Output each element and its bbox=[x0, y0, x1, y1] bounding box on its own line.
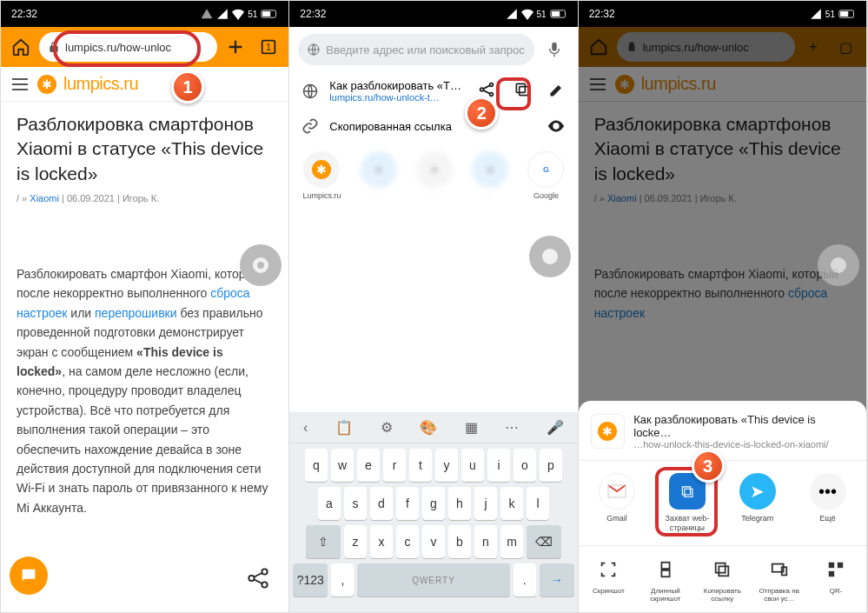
key-p[interactable]: p bbox=[540, 449, 562, 482]
key-s[interactable]: s bbox=[344, 487, 367, 520]
link-icon bbox=[301, 117, 319, 135]
site-tile[interactable]: ●· bbox=[472, 151, 508, 200]
share-sheet: ✱ Как разблокировать «This device is loc… bbox=[579, 401, 866, 612]
key-j[interactable]: j bbox=[474, 487, 497, 520]
backspace-key[interactable]: ⌫ bbox=[527, 525, 561, 558]
copied-link-row[interactable]: Скопированная ссылка bbox=[289, 110, 577, 143]
svg-rect-26 bbox=[719, 566, 729, 576]
svg-rect-31 bbox=[838, 563, 843, 568]
symbols-key[interactable]: ?123 bbox=[293, 563, 328, 596]
key-x[interactable]: x bbox=[370, 525, 393, 558]
app-telegram[interactable]: ➤Telegram bbox=[730, 473, 785, 533]
key-b[interactable]: b bbox=[448, 525, 471, 558]
current-page-row: Как разблокировать «T… lumpics.ru/how-un… bbox=[289, 72, 577, 110]
keyboard[interactable]: ‹ 📋 ⚙ 🎨 ▦ ⋯ 🎤 qwertyuiop asdfghjkl ⇧zxcv… bbox=[289, 412, 577, 612]
tabs-icon[interactable]: 1 bbox=[254, 32, 283, 62]
status-bar: 22:32 51 bbox=[579, 1, 866, 27]
article-meta: / » Xiaomi | 06.09.2021 | Игорь К. bbox=[17, 193, 273, 203]
site-tile[interactable]: GGoogle bbox=[527, 151, 564, 200]
screen-3: 22:32 51 lumpics.ru/how-unloc + ▢ ✱lumpi… bbox=[579, 1, 867, 612]
camera-fab-icon bbox=[818, 244, 859, 286]
url-text: lumpics.ru/how-unloc bbox=[65, 41, 171, 54]
key-w[interactable]: w bbox=[331, 449, 354, 482]
period-key[interactable]: . bbox=[514, 563, 536, 596]
key-k[interactable]: k bbox=[500, 487, 523, 520]
comma-key[interactable]: , bbox=[331, 563, 354, 596]
key-v[interactable]: v bbox=[422, 525, 445, 558]
site-logo-text: lumpics.ru bbox=[63, 74, 138, 94]
svg-rect-18 bbox=[516, 83, 525, 92]
svg-point-16 bbox=[489, 92, 493, 96]
svg-point-7 bbox=[262, 569, 268, 574]
key-o[interactable]: o bbox=[514, 449, 536, 482]
action-qr[interactable]: QR- bbox=[810, 556, 862, 603]
share-sheet-header: ✱ Как разблокировать «This device is loc… bbox=[579, 413, 866, 461]
gear-icon[interactable]: ⚙ bbox=[381, 419, 393, 436]
globe-icon bbox=[301, 83, 319, 100]
share-icon[interactable] bbox=[245, 565, 271, 595]
edit-icon[interactable] bbox=[548, 81, 566, 102]
key-f[interactable]: f bbox=[396, 487, 419, 520]
svg-rect-17 bbox=[519, 86, 527, 95]
camera-fab-icon[interactable] bbox=[529, 236, 571, 277]
mic-icon[interactable] bbox=[540, 35, 569, 64]
svg-rect-12 bbox=[552, 43, 557, 51]
chat-fab-icon[interactable] bbox=[10, 556, 48, 595]
key-g[interactable]: g bbox=[422, 487, 445, 520]
key-l[interactable]: l bbox=[527, 487, 549, 520]
key-a[interactable]: a bbox=[318, 487, 341, 520]
site-tile[interactable]: ●· bbox=[361, 151, 397, 200]
clipboard-icon[interactable]: 📋 bbox=[335, 419, 353, 436]
site-tile[interactable]: ●· bbox=[416, 151, 453, 200]
address-bar[interactable]: lumpics.ru/how-unloc bbox=[39, 32, 217, 62]
image-icon[interactable]: ▦ bbox=[465, 419, 478, 436]
new-tab-icon[interactable] bbox=[221, 32, 250, 62]
screen-1: 22:32 51 lumpics.ru/how-unloc 1 1 ✱ lump… bbox=[1, 1, 289, 612]
keyboard-toolbar: ‹ 📋 ⚙ 🎨 ▦ ⋯ 🎤 bbox=[289, 412, 577, 443]
key-d[interactable]: d bbox=[370, 487, 393, 520]
status-time: 22:32 bbox=[11, 8, 37, 20]
share-title: Как разблокировать «This device is locke… bbox=[633, 413, 854, 439]
key-r[interactable]: r bbox=[383, 449, 406, 482]
go-key[interactable]: → bbox=[540, 563, 574, 596]
svg-text:1: 1 bbox=[267, 43, 272, 52]
key-u[interactable]: u bbox=[461, 449, 484, 482]
key-m[interactable]: m bbox=[500, 525, 523, 558]
search-placeholder: Введите адрес или поисковый запрос bbox=[326, 43, 524, 57]
palette-icon[interactable]: 🎨 bbox=[420, 419, 437, 436]
callout-3: 3 bbox=[692, 450, 725, 483]
globe-icon bbox=[307, 43, 321, 57]
screen-2: 22:32 51 Введите адрес или поисковый зап… bbox=[289, 1, 578, 612]
svg-point-22 bbox=[831, 257, 846, 273]
action-screenshot[interactable]: Скриншот bbox=[582, 556, 634, 603]
mic-icon[interactable]: 🎤 bbox=[547, 419, 564, 436]
site-logo-icon: ✱ bbox=[37, 75, 56, 94]
key-e[interactable]: e bbox=[357, 449, 380, 482]
more-icon[interactable]: ⋯ bbox=[505, 419, 519, 436]
key-z[interactable]: z bbox=[344, 525, 367, 558]
key-n[interactable]: n bbox=[474, 525, 497, 558]
app-more[interactable]: •••Ещё bbox=[800, 473, 856, 533]
eye-icon bbox=[547, 117, 566, 136]
copy-icon[interactable] bbox=[514, 81, 531, 102]
camera-fab-icon[interactable] bbox=[240, 244, 282, 286]
key-y[interactable]: y bbox=[435, 449, 458, 482]
action-copy-link[interactable]: Копировать ссылку bbox=[696, 556, 748, 603]
search-input[interactable]: Введите адрес или поисковый запрос bbox=[298, 34, 533, 65]
key-c[interactable]: c bbox=[396, 525, 419, 558]
app-gmail[interactable]: Gmail bbox=[589, 473, 645, 533]
svg-rect-32 bbox=[829, 571, 834, 576]
key-q[interactable]: q bbox=[305, 449, 328, 482]
chevron-left-icon[interactable]: ‹ bbox=[303, 420, 308, 436]
hamburger-icon[interactable] bbox=[10, 74, 30, 95]
space-key[interactable]: QWERTY bbox=[357, 563, 509, 596]
action-long-screenshot[interactable]: Длинный скриншот bbox=[639, 556, 692, 603]
shift-key[interactable]: ⇧ bbox=[306, 525, 341, 558]
svg-point-15 bbox=[489, 83, 493, 86]
site-tile[interactable]: ✱Lumpics.ru bbox=[302, 151, 341, 200]
key-i[interactable]: i bbox=[487, 449, 510, 482]
key-t[interactable]: t bbox=[409, 449, 432, 482]
action-send-devices[interactable]: Отправка на свои ус… bbox=[753, 556, 805, 603]
key-h[interactable]: h bbox=[448, 487, 471, 520]
home-icon[interactable] bbox=[6, 32, 36, 62]
